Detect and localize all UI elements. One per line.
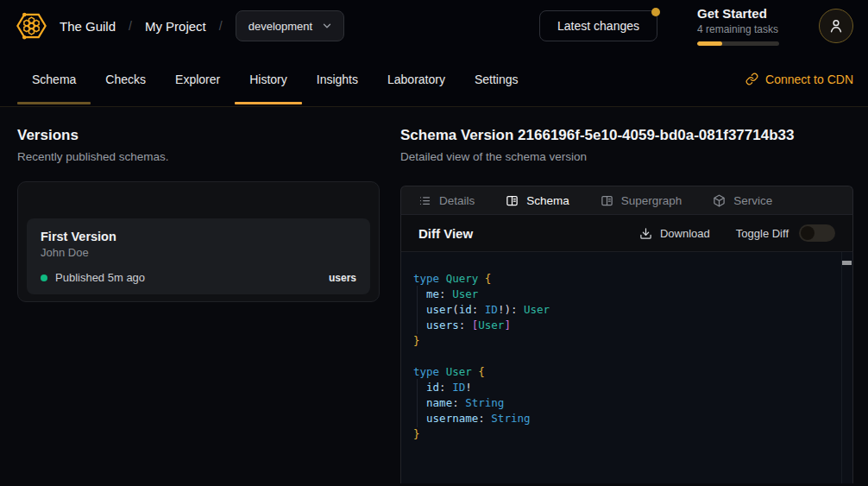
- download-label: Download: [660, 227, 710, 240]
- editor-scrollbar-thumb[interactable]: [842, 261, 852, 265]
- version-status: Published 5m ago: [55, 271, 145, 284]
- breadcrumb: The Guild / My Project / development: [60, 10, 344, 41]
- chevron-down-icon: [321, 20, 333, 32]
- person-icon: [827, 17, 845, 35]
- top-header: The Guild / My Project / development Lat…: [0, 0, 868, 52]
- breadcrumb-org[interactable]: The Guild: [60, 19, 116, 34]
- notification-dot: [651, 8, 660, 16]
- guild-hive-logo-icon[interactable]: [16, 10, 47, 41]
- schema-version-panel: Details Schema Supergraph: [400, 186, 853, 483]
- schema-version-column: Schema Version 2166196f-5e10-4059-bd0a-0…: [400, 107, 853, 483]
- toggle-knob: [801, 226, 815, 240]
- schema-code-editor[interactable]: type Query { me: User user(id: ID!): Use…: [400, 252, 853, 483]
- download-button[interactable]: Download: [639, 227, 710, 240]
- detail-tab-details[interactable]: Details: [418, 194, 475, 207]
- versions-subtitle: Recently published schemas.: [17, 150, 380, 163]
- get-started-title: Get Started: [697, 6, 779, 21]
- versions-column: Versions Recently published schemas. Fir…: [17, 107, 380, 483]
- breadcrumb-separator: /: [219, 19, 223, 33]
- connect-to-cdn-label: Connect to CDN: [765, 73, 853, 86]
- environment-selector-value: development: [248, 20, 312, 33]
- latest-changes-button[interactable]: Latest changes: [539, 10, 657, 41]
- tab-explorer[interactable]: Explorer: [160, 52, 235, 106]
- diff-view-title: Diff View: [418, 226, 473, 241]
- tab-schema[interactable]: Schema: [17, 52, 91, 106]
- schema-version-title: Schema Version 2166196f-5e10-4059-bd0a-0…: [400, 127, 853, 144]
- breadcrumb-separator: /: [129, 19, 132, 33]
- versions-list-card: First Version John Doe Published 5m ago …: [17, 181, 380, 302]
- version-list-item[interactable]: First Version John Doe Published 5m ago …: [27, 218, 370, 294]
- main-content: Versions Recently published schemas. Fir…: [0, 107, 868, 483]
- toggle-diff-switch[interactable]: [799, 224, 835, 242]
- diff-view-bar: Diff View Download Toggle Diff: [400, 215, 853, 252]
- get-started-widget[interactable]: Get Started 4 remaining tasks: [697, 6, 779, 46]
- tab-settings[interactable]: Settings: [460, 52, 533, 106]
- diff-bar-actions: Download Toggle Diff: [639, 224, 835, 242]
- toggle-diff-control: Toggle Diff: [736, 224, 835, 242]
- version-meta-row: Published 5m ago users: [41, 271, 356, 284]
- get-started-progress-bar: [697, 41, 779, 46]
- version-author: John Doe: [41, 246, 356, 259]
- get-started-remaining-tasks: 4 remaining tasks: [697, 23, 779, 35]
- tab-history[interactable]: History: [235, 52, 302, 106]
- cube-icon: [713, 194, 726, 207]
- columns-icon: [506, 194, 519, 207]
- detail-tab-label: Service: [733, 194, 772, 207]
- detail-tab-supergraph[interactable]: Supergraph: [601, 194, 682, 207]
- list-icon: [418, 194, 431, 207]
- published-status-dot: [41, 275, 47, 281]
- tab-laboratory[interactable]: Laboratory: [373, 52, 460, 106]
- code-lines: type Query { me: User user(id: ID!): Use…: [401, 252, 852, 442]
- link-icon: [745, 73, 758, 85]
- editor-scrollbar-track: [841, 252, 852, 483]
- columns-icon: [601, 194, 613, 207]
- toggle-diff-label: Toggle Diff: [736, 227, 789, 240]
- detail-tab-label: Schema: [526, 194, 569, 207]
- environment-selector[interactable]: development: [236, 10, 344, 41]
- versions-title: Versions: [17, 127, 380, 144]
- tab-insights[interactable]: Insights: [302, 52, 373, 106]
- progress-fill: [697, 41, 722, 46]
- version-service-badge: users: [329, 272, 356, 284]
- nav-tabs: Schema Checks Explorer History Insights …: [17, 52, 533, 106]
- detail-tab-label: Details: [439, 194, 475, 207]
- header-actions: Latest changes Get Started 4 remaining t…: [539, 6, 853, 46]
- schema-version-subtitle: Detailed view of the schema version: [400, 150, 853, 163]
- detail-tab-label: Supergraph: [621, 194, 682, 207]
- latest-changes-label: Latest changes: [557, 19, 639, 33]
- connect-to-cdn-button[interactable]: Connect to CDN: [745, 73, 853, 86]
- detail-tab-service[interactable]: Service: [713, 194, 772, 207]
- tab-checks[interactable]: Checks: [91, 52, 160, 106]
- breadcrumb-project[interactable]: My Project: [145, 19, 206, 34]
- detail-tab-schema[interactable]: Schema: [506, 194, 569, 207]
- download-icon: [639, 227, 652, 240]
- target-nav-bar: Schema Checks Explorer History Insights …: [0, 52, 868, 107]
- version-name: First Version: [41, 230, 356, 243]
- detail-tabs: Details Schema Supergraph: [400, 186, 853, 215]
- user-avatar[interactable]: [819, 9, 853, 43]
